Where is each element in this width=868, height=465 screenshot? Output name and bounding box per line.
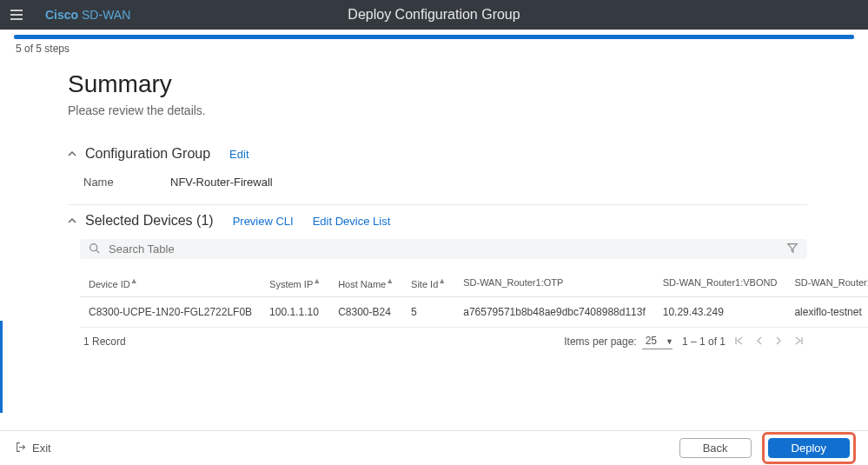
search-input[interactable] xyxy=(109,242,786,256)
deploy-highlight: Deploy xyxy=(762,432,856,464)
cell-otp: a76579571b8b48ae9dbc7408988d113f xyxy=(454,296,654,327)
progress-wrap xyxy=(0,30,868,41)
summary-heading: Summary xyxy=(68,70,807,98)
cell-vbond: 10.29.43.249 xyxy=(654,296,786,327)
search-bar xyxy=(80,239,807,259)
config-group-title: Configuration Group xyxy=(85,146,210,162)
pagination-arrows xyxy=(734,335,804,349)
records-count: 1 Record xyxy=(83,335,126,348)
col-otp[interactable]: SD-WAN_Router1:OTP xyxy=(454,269,654,296)
exit-button[interactable]: Exit xyxy=(16,442,51,455)
prev-page-icon[interactable] xyxy=(755,335,764,349)
col-vbond[interactable]: SD-WAN_Router1:VBOND xyxy=(654,269,786,296)
edit-config-link[interactable]: Edit xyxy=(229,148,248,161)
footer-bar: Exit Back Deploy xyxy=(0,430,868,465)
config-name-row: Name NFV-Router-Firewall xyxy=(68,170,807,201)
search-icon xyxy=(89,242,100,256)
table-wrap: Device ID▲ System IP▲ Host Name▲ Site Id… xyxy=(80,239,807,349)
items-per-page-label: Items per page: xyxy=(564,335,636,348)
cell-system-ip: 100.1.1.10 xyxy=(261,296,329,327)
exit-icon xyxy=(16,442,27,455)
table-header-row: Device ID▲ System IP▲ Host Name▲ Site Id… xyxy=(80,269,868,296)
exit-label: Exit xyxy=(32,442,51,455)
brand-bold: Cisco xyxy=(45,8,78,22)
items-per-page-select[interactable]: 25 xyxy=(642,335,673,349)
cell-device-id: C8300-UCPE-1N20-FGL2722LF0B xyxy=(80,296,261,327)
deploy-button[interactable]: Deploy xyxy=(768,438,850,458)
edit-device-list-link[interactable]: Edit Device List xyxy=(313,215,391,228)
config-name-value: NFV-Router-Firewall xyxy=(170,176,273,189)
items-per-page: Items per page: 25 ▼ xyxy=(564,335,673,349)
menu-icon[interactable] xyxy=(10,4,31,25)
table-footer: 1 Record Items per page: 25 ▼ 1 – 1 of 1 xyxy=(80,328,807,349)
back-button[interactable]: Back xyxy=(679,438,752,458)
col-orgname[interactable]: SD-WAN_Router1:ORGNAME xyxy=(785,269,868,296)
left-accent-bar xyxy=(0,321,3,413)
col-device-id[interactable]: Device ID▲ xyxy=(80,269,261,296)
app-header: Cisco SD-WAN Deploy Configuration Group xyxy=(0,0,868,30)
cell-site-id: 5 xyxy=(402,296,454,327)
cell-host-name: C8300-B24 xyxy=(329,296,402,327)
config-name-label: Name xyxy=(83,176,170,189)
summary-subtext: Please review the details. xyxy=(68,103,807,117)
devices-header[interactable]: Selected Devices (1) Preview CLI Edit De… xyxy=(68,205,807,229)
last-page-icon[interactable] xyxy=(793,335,804,349)
col-host-name[interactable]: Host Name▲ xyxy=(329,269,402,296)
devices-title: Selected Devices (1) xyxy=(85,213,214,229)
col-site-id[interactable]: Site Id▲ xyxy=(402,269,454,296)
chevron-up-icon xyxy=(68,215,76,228)
main-content: Summary Please review the details. Confi… xyxy=(0,55,868,349)
svg-line-1 xyxy=(96,249,99,252)
page-range: 1 – 1 of 1 xyxy=(682,335,726,348)
svg-point-0 xyxy=(90,243,97,250)
filter-icon[interactable] xyxy=(786,242,798,256)
preview-cli-link[interactable]: Preview CLI xyxy=(233,215,294,228)
config-group-header[interactable]: Configuration Group Edit xyxy=(68,138,807,162)
brand-rest: SD-WAN xyxy=(78,8,130,22)
steps-text: 5 of 5 steps xyxy=(0,41,868,55)
next-page-icon[interactable] xyxy=(774,335,783,349)
table-row[interactable]: C8300-UCPE-1N20-FGL2722LF0B 100.1.1.10 C… xyxy=(80,296,868,327)
chevron-up-icon xyxy=(68,148,76,161)
first-page-icon[interactable] xyxy=(734,335,745,349)
col-system-ip[interactable]: System IP▲ xyxy=(261,269,329,296)
brand-label: Cisco SD-WAN xyxy=(45,8,130,22)
devices-table: Device ID▲ System IP▲ Host Name▲ Site Id… xyxy=(80,269,868,328)
page-title: Deploy Configuration Group xyxy=(348,7,520,23)
progress-bar xyxy=(14,35,854,39)
cell-orgname: alexiflo-testnet xyxy=(785,296,868,327)
